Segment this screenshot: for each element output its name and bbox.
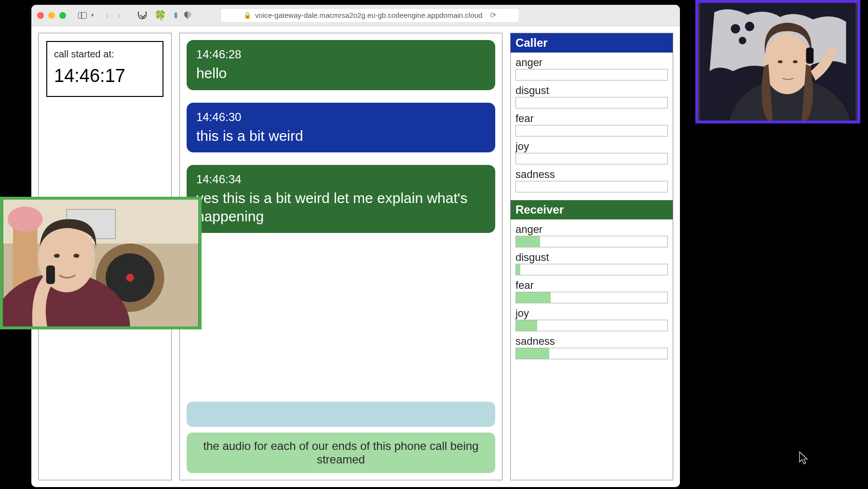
- sidebar-icon: [78, 12, 87, 19]
- minimize-window-button[interactable]: [48, 12, 55, 19]
- call-started-label: call started at:: [54, 49, 156, 60]
- emotion-bar: [515, 97, 668, 109]
- caller-panel-header: Caller: [511, 33, 673, 53]
- shield-icon[interactable]: [184, 12, 191, 19]
- caller-webcam: [695, 0, 860, 123]
- svg-point-20: [793, 60, 798, 63]
- emotion-label: sadness: [515, 168, 668, 181]
- svg-point-4: [126, 274, 134, 282]
- svg-point-6: [8, 206, 43, 232]
- receiver-emotions: anger disgust fear joy sadness: [511, 219, 673, 363]
- message-text: this is a bit weird: [196, 127, 486, 145]
- message-text: hello: [196, 64, 486, 82]
- emotion-row: joy: [515, 140, 668, 164]
- emotion-bar: [515, 264, 668, 275]
- receiver-video-frame: [3, 200, 199, 326]
- lock-icon: 🔒: [244, 12, 251, 19]
- message-timestamp: 14:46:28: [196, 48, 486, 61]
- emotion-bar: [515, 348, 668, 359]
- svg-rect-12: [46, 266, 55, 284]
- transcript-column: 14:46:28 hello 14:46:30 this is a bit we…: [179, 33, 502, 480]
- emotion-fill: [516, 320, 537, 331]
- interim-receiver-text: the audio for each of our ends of this p…: [203, 439, 478, 466]
- emotion-label: sadness: [515, 335, 668, 348]
- svg-point-14: [731, 24, 740, 34]
- sidebar-toggle-button[interactable]: [76, 9, 89, 22]
- emotion-label: fear: [515, 279, 668, 292]
- receiver-webcam: [0, 197, 202, 329]
- emotion-bar: [515, 320, 668, 331]
- emotion-fill: [516, 264, 520, 275]
- emotion-bar: [515, 153, 668, 164]
- emotion-fill: [516, 292, 551, 303]
- emotion-bar: [515, 125, 668, 136]
- emotion-column: Caller anger disgust fear joy: [510, 33, 673, 480]
- emotion-row: sadness: [515, 335, 668, 359]
- url-text: voice-gateway-dale.macmrsa2o2g.eu-gb.cod…: [255, 11, 482, 19]
- emotion-row: sadness: [515, 168, 668, 192]
- emotion-row: disgust: [515, 251, 668, 275]
- pocket-icon[interactable]: [138, 12, 147, 19]
- back-button[interactable]: ‹: [106, 10, 109, 21]
- forward-button[interactable]: ›: [118, 10, 121, 21]
- emotion-fill: [516, 348, 549, 359]
- traffic-lights: [37, 12, 66, 19]
- interim-caller-bar: [187, 402, 495, 427]
- svg-point-19: [778, 60, 783, 63]
- emotion-row: disgust: [515, 84, 668, 109]
- extension-icon[interactable]: ⫴: [174, 11, 176, 20]
- emotion-label: anger: [515, 56, 668, 69]
- emotion-row: fear: [515, 279, 668, 303]
- message-receiver: 14:46:28 hello: [187, 40, 495, 90]
- caller-emotions: anger disgust fear joy sadness: [511, 53, 673, 196]
- emotion-label: disgust: [515, 251, 668, 264]
- emotion-bar: [515, 181, 668, 192]
- emotion-row: joy: [515, 307, 668, 331]
- message-caller: 14:46:30 this is a bit weird: [187, 103, 495, 153]
- emotion-bar: [515, 69, 668, 81]
- maximize-window-button[interactable]: [59, 12, 66, 19]
- svg-point-16: [739, 37, 746, 44]
- message-text: yes this is a bit weird let me explain w…: [196, 189, 486, 225]
- address-bar[interactable]: 🔒 voice-gateway-dale.macmrsa2o2g.eu-gb.c…: [220, 8, 519, 23]
- emotion-label: anger: [515, 223, 668, 236]
- emotion-fill: [516, 236, 540, 247]
- call-started-time: 14:46:17: [54, 66, 156, 86]
- emotion-bar: [515, 236, 668, 247]
- close-window-button[interactable]: [37, 12, 44, 19]
- emotion-row: fear: [515, 112, 668, 136]
- receiver-panel-header: Receiver: [511, 200, 673, 219]
- evernote-icon[interactable]: 🍀: [154, 10, 166, 21]
- emotion-bar: [515, 292, 668, 303]
- interim-transcript: the audio for each of our ends of this p…: [187, 402, 495, 473]
- emotion-label: joy: [515, 140, 668, 153]
- emotion-label: joy: [515, 307, 668, 320]
- svg-point-15: [745, 22, 755, 31]
- interim-receiver-bar: the audio for each of our ends of this p…: [187, 433, 495, 473]
- caller-video-frame: [698, 3, 857, 121]
- svg-point-11: [73, 254, 79, 258]
- svg-point-10: [54, 254, 60, 258]
- call-info-box: call started at: 14:46:17: [46, 41, 163, 97]
- message-timestamp: 14:46:30: [196, 110, 486, 124]
- emotion-row: anger: [515, 223, 668, 247]
- message-timestamp: 14:46:34: [196, 173, 486, 186]
- message-receiver: 14:46:34 yes this is a bit weird let me …: [187, 165, 495, 233]
- svg-rect-21: [806, 48, 814, 64]
- reload-icon[interactable]: ⟳: [490, 11, 496, 20]
- emotion-label: fear: [515, 112, 668, 125]
- emotion-row: anger: [515, 56, 668, 81]
- chevron-down-icon[interactable]: ▾: [91, 12, 94, 18]
- emotion-label: disgust: [515, 84, 668, 97]
- titlebar: ▾ ‹ › 🍀 ⫴ 🔒 voice-gateway-dale.macmrsa2o…: [31, 5, 680, 26]
- cursor-icon: [799, 451, 809, 465]
- svg-point-18: [764, 34, 811, 94]
